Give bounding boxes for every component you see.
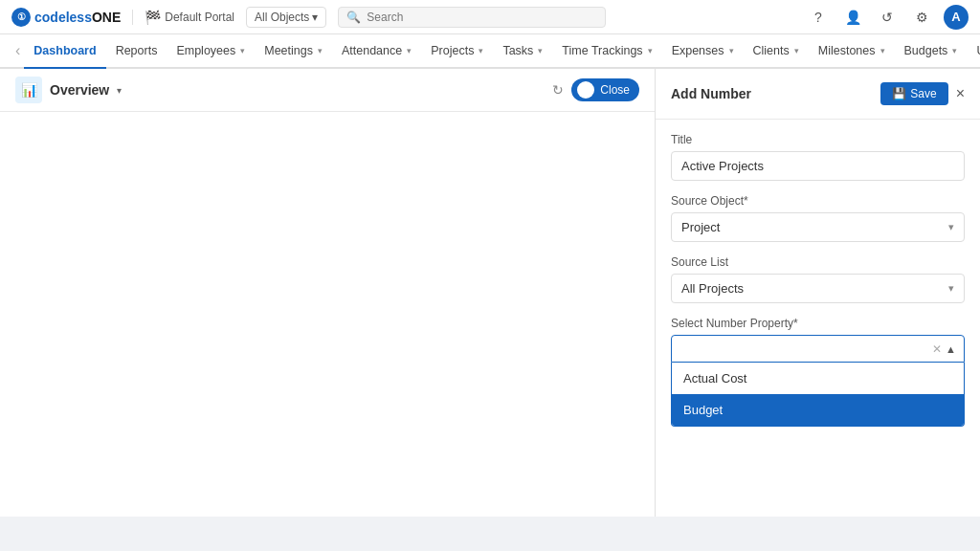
employees-arrow: ▾: [240, 46, 245, 55]
time-trackings-arrow: ▾: [648, 46, 653, 55]
right-panel: Add Number 💾 Save × Title Source Object*: [655, 69, 980, 517]
number-property-input[interactable]: [679, 342, 928, 356]
nav-item-projects[interactable]: Projects ▾: [421, 34, 493, 69]
close-toggle[interactable]: Close: [571, 78, 639, 101]
nav-label-clients: Clients: [753, 44, 790, 57]
nav-item-meetings[interactable]: Meetings ▾: [255, 34, 332, 69]
nav-left-arrow[interactable]: ‹: [11, 42, 24, 59]
panel-actions: 💾 Save ×: [880, 82, 965, 105]
search-icon: 🔍: [346, 11, 361, 24]
history-icon[interactable]: ↺: [875, 5, 900, 30]
title-input[interactable]: [671, 151, 965, 181]
source-object-select[interactable]: Project ▾: [671, 212, 965, 242]
expenses-arrow: ▾: [729, 46, 734, 55]
number-property-group: Select Number Property* ✕ ▲ Actual Cost: [671, 317, 965, 427]
top-bar-right: ? 👤 ↺ ⚙ A: [806, 5, 969, 30]
source-object-arrow: ▾: [948, 221, 954, 233]
top-bar: ① codelessONE 🏁 Default Portal All Objec…: [0, 0, 980, 34]
help-icon[interactable]: ?: [806, 5, 831, 30]
nav-label-meetings: Meetings: [264, 44, 313, 57]
all-objects-arrow: ▾: [312, 11, 318, 24]
nav-label-attendance: Attendance: [342, 44, 402, 57]
dropdown-chevron-icon[interactable]: ▲: [946, 343, 956, 355]
title-label: Title: [671, 133, 965, 146]
close-label: Close: [600, 83, 630, 97]
sub-header: 📊 Overview ▾ ↻ Close: [0, 69, 655, 112]
toggle-dot: [577, 81, 594, 99]
nav-label-reports: Reports: [116, 44, 158, 57]
dropdown-item-budget[interactable]: Budget: [672, 394, 964, 426]
source-list-arrow: ▾: [948, 282, 954, 295]
users-icon[interactable]: 👤: [840, 5, 865, 30]
nav-item-milestones[interactable]: Milestones ▾: [809, 34, 895, 69]
nav-item-budgets[interactable]: Budgets ▾: [895, 34, 968, 69]
meetings-arrow: ▾: [318, 46, 323, 55]
all-objects-button[interactable]: All Objects ▾: [246, 7, 326, 28]
source-object-label: Source Object*: [671, 194, 965, 208]
nav-item-employees[interactable]: Employees ▾: [167, 34, 255, 69]
portal-icon: 🏁: [145, 10, 161, 25]
panel-close-icon[interactable]: ×: [956, 85, 965, 102]
portal-label: Default Portal: [165, 11, 234, 24]
search-input[interactable]: [367, 11, 597, 24]
save-label: Save: [910, 87, 936, 100]
source-list-value: All Projects: [681, 281, 744, 296]
nav-label-projects: Projects: [431, 44, 474, 57]
overview-label: Overview: [50, 82, 109, 98]
source-list-select[interactable]: All Projects ▾: [671, 274, 965, 303]
nav-item-reports[interactable]: Reports: [106, 34, 167, 69]
nav-item-expenses[interactable]: Expenses ▾: [662, 34, 744, 69]
nav-label-expenses: Expenses: [672, 44, 724, 57]
dropdown-input-row: ✕ ▲: [671, 335, 965, 363]
dropdown-input-actions: ✕ ▲: [932, 342, 956, 356]
sub-header-right: ↻ Close: [552, 78, 639, 101]
nav-item-tasks[interactable]: Tasks ▾: [493, 34, 552, 69]
projects-arrow: ▾: [479, 46, 483, 55]
budgets-arrow: ▾: [952, 46, 957, 55]
nav-item-us[interactable]: Us: [967, 34, 980, 69]
nav-label-budgets: Budgets: [904, 44, 948, 57]
search-bar[interactable]: 🔍: [338, 7, 606, 28]
panel-header: Add Number 💾 Save ×: [656, 69, 980, 120]
refresh-icon[interactable]: ↻: [552, 82, 564, 98]
dashboard-area: 📊 Overview ▾ ↻ Close ⚙ ✕: [0, 69, 655, 517]
nav-item-attendance[interactable]: Attendance ▾: [332, 34, 421, 69]
clients-arrow: ▾: [794, 46, 799, 55]
nav-label-us: Us: [976, 44, 980, 57]
logo-icon: ①: [11, 8, 31, 27]
panel-body: Title Source Object* Project ▾ Source Li…: [656, 120, 980, 440]
nav-label-tasks: Tasks: [502, 44, 533, 57]
nav-item-dashboard[interactable]: Dashboard: [24, 34, 105, 69]
number-property-dropdown: ✕ ▲ Actual Cost Budget: [671, 335, 965, 427]
nav-label-milestones: Milestones: [818, 44, 876, 57]
all-objects-label: All Objects: [255, 11, 309, 24]
save-icon: 💾: [892, 87, 906, 100]
nav-label-employees: Employees: [176, 44, 235, 57]
settings-icon[interactable]: ⚙: [909, 5, 934, 30]
number-property-label: Select Number Property*: [671, 317, 965, 330]
source-list-field-group: Source List All Projects ▾: [671, 255, 965, 303]
nav-item-clients[interactable]: Clients ▾: [744, 34, 809, 69]
source-object-field-group: Source Object* Project ▾: [671, 194, 965, 242]
nav-item-time-trackings[interactable]: Time Trackings ▾: [552, 34, 661, 69]
nav-label-time-trackings: Time Trackings: [562, 44, 642, 57]
source-list-label: Source List: [671, 255, 965, 269]
nav-label-dashboard: Dashboard: [33, 44, 96, 57]
nav-bar: ‹ Dashboard Reports Employees ▾ Meetings…: [0, 34, 980, 69]
title-field-group: Title: [671, 133, 965, 181]
overview-arrow[interactable]: ▾: [117, 85, 122, 96]
portal-section: 🏁 Default Portal: [132, 10, 234, 25]
dropdown-list: Actual Cost Budget: [671, 363, 965, 427]
overview-icon: 📊: [15, 77, 42, 103]
content-wrapper: 📊 Overview ▾ ↻ Close ⚙ ✕: [0, 69, 980, 517]
logo-text: codelessONE: [34, 10, 121, 25]
milestones-arrow: ▾: [880, 46, 885, 55]
source-object-value: Project: [681, 220, 720, 234]
logo: ① codelessONE: [11, 8, 121, 27]
save-button[interactable]: 💾 Save: [880, 82, 947, 105]
tasks-arrow: ▾: [538, 46, 543, 55]
dropdown-clear-icon[interactable]: ✕: [932, 342, 942, 356]
dropdown-item-actual-cost[interactable]: Actual Cost: [672, 363, 964, 394]
avatar[interactable]: A: [944, 5, 969, 30]
attendance-arrow: ▾: [407, 46, 412, 55]
